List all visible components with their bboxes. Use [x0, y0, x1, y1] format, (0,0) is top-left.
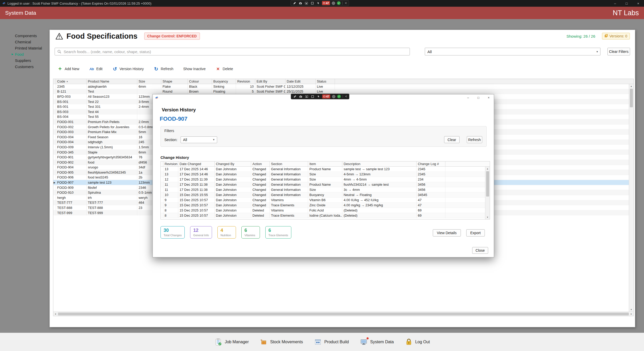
minimize-icon[interactable]: –: [609, 0, 621, 7]
capture-toolbar-modal[interactable]: 47 ✓ <: [291, 94, 349, 99]
maximize-icon[interactable]: □: [621, 0, 632, 7]
refresh-button[interactable]: ↻Refresh: [154, 66, 173, 71]
table-row[interactable]: 1117 Dec 2025 11:38Dan JohnstonChangedGe…: [161, 187, 485, 192]
scrollbar-track[interactable]: [629, 88, 633, 307]
bottom-nav-stock-movements[interactable]: Stock Movements: [257, 336, 306, 348]
row-selector: [53, 150, 56, 155]
sidebar-item-customers[interactable]: Customers: [15, 63, 49, 70]
cell-changed-by: Dan Johnston: [215, 182, 251, 187]
h-scrollbar-thumb[interactable]: [58, 313, 629, 315]
capture-toolbar[interactable]: 47 ✓ <: [291, 0, 349, 6]
close-button[interactable]: Close: [472, 247, 488, 254]
brand-title: NT Labs: [613, 9, 639, 17]
food-table-vertical-scrollbar[interactable]: ▲ ▼: [629, 84, 633, 312]
version-history-button[interactable]: ↺Version History: [112, 66, 144, 71]
column-header-item[interactable]: Item: [308, 161, 342, 166]
change-history-vertical-scrollbar[interactable]: ▲ ▼: [485, 167, 490, 219]
show-inactive-button[interactable]: Show Inactive: [183, 67, 206, 71]
column-header-code[interactable]: Code▲: [56, 79, 87, 84]
bottom-nav-log-out[interactable]: Log Out: [402, 336, 433, 348]
refresh-button[interactable]: Refresh: [467, 136, 482, 143]
window-frame-icon[interactable]: [310, 1, 314, 5]
table-row[interactable]: 1217 Dec 2025 11:39Dan JohnstonChangedGe…: [161, 177, 485, 182]
region-select-icon[interactable]: [304, 1, 308, 5]
search-input[interactable]: [55, 48, 410, 55]
sidebar-item-suppliers[interactable]: Suppliers: [15, 57, 49, 63]
column-header-changed-by[interactable]: Changed By: [215, 161, 251, 166]
pointer-icon[interactable]: [316, 95, 320, 99]
minimize-icon[interactable]: –: [463, 94, 473, 101]
table-row[interactable]: 915 Dec 2025 10:57Dan JohnstonChangedVit…: [161, 198, 485, 203]
scroll-up-icon[interactable]: ▲: [629, 84, 633, 88]
column-header-section[interactable]: Section: [270, 161, 308, 166]
export-button[interactable]: Export: [466, 229, 485, 236]
record-icon[interactable]: [332, 95, 335, 98]
add-new-button[interactable]: +Add New: [57, 66, 79, 71]
column-header-date-changed[interactable]: Date Changed: [178, 161, 215, 166]
column-header-revision[interactable]: Revision: [163, 161, 178, 166]
bottom-nav-system-data[interactable]: System Data: [357, 336, 396, 348]
table-row[interactable]: 1317 Dec 2025 14:46Dan JohnstonChangedGe…: [161, 172, 485, 177]
scroll-down-icon[interactable]: ▼: [629, 307, 633, 312]
table-row[interactable]: 1117 Dec 2025 11:38Dan JohnstonChangedGe…: [161, 182, 485, 187]
change-history-table: RevisionDate ChangedChanged ByActionSect…: [160, 161, 490, 219]
status-check-icon[interactable]: ✓: [337, 1, 341, 5]
clear-filters-button[interactable]: Clear Filters: [607, 48, 630, 55]
clear-button[interactable]: Clear: [444, 136, 460, 143]
column-header-colour[interactable]: Colour: [188, 79, 212, 84]
status-check-icon[interactable]: ✓: [337, 95, 341, 98]
column-header-status[interactable]: Status: [316, 79, 335, 84]
sidebar-item-components[interactable]: Components: [15, 32, 49, 39]
window-frame-icon[interactable]: [310, 95, 315, 99]
pen-icon[interactable]: [293, 95, 297, 99]
column-header-edit-by[interactable]: Edit By: [255, 79, 285, 84]
collapse-toolbar-icon[interactable]: <: [345, 95, 348, 98]
section-select[interactable]: All ▾: [181, 136, 217, 143]
scroll-right-icon[interactable]: ►: [629, 313, 633, 315]
column-header-size[interactable]: Size: [137, 79, 161, 84]
scrollbar-track[interactable]: [485, 171, 490, 215]
bottom-nav-product-build[interactable]: Product Build: [311, 336, 351, 348]
edit-button[interactable]: AbEdit: [89, 66, 103, 71]
bottom-nav-job-manager[interactable]: Job Manager: [211, 336, 251, 348]
table-row[interactable]: 1015 Dec 2025 15:55Dan JohnstonChangedGe…: [161, 192, 485, 198]
column-header-buoyancy[interactable]: Buoyancy: [212, 79, 236, 84]
column-header-description[interactable]: Description: [342, 161, 417, 166]
close-icon[interactable]: ×: [632, 0, 644, 7]
scrollbar-thumb[interactable]: [486, 171, 489, 197]
delete-button[interactable]: ×Delete: [215, 66, 233, 71]
table-row[interactable]: 1317 Dec 2025 14:46Dan JohnstonChangedGe…: [161, 167, 485, 172]
category-filter-select[interactable]: All ▾: [425, 48, 600, 55]
column-header-shape[interactable]: Shape: [161, 79, 188, 84]
scroll-up-icon[interactable]: ▲: [485, 167, 490, 171]
pointer-icon[interactable]: [316, 1, 320, 5]
sidebar-item-food[interactable]: ▶Food: [15, 51, 49, 57]
column-header-revision[interactable]: Revision: [236, 79, 255, 84]
scrollbar-thumb[interactable]: [630, 89, 633, 107]
versions-badge[interactable]: Versions: 0: [602, 33, 630, 39]
cell-filler: [445, 177, 485, 182]
collapse-toolbar-icon[interactable]: <: [344, 1, 347, 5]
record-icon[interactable]: [332, 2, 335, 5]
column-header-date-edit[interactable]: Date Edit: [285, 79, 316, 84]
column-header-change-log[interactable]: Change Log #: [417, 161, 445, 166]
maximize-icon[interactable]: □: [473, 94, 484, 101]
table-row[interactable]: 815 Dec 2025 10:57Dan JohnstonDeletedVit…: [161, 208, 485, 213]
column-header-product-name[interactable]: Product Name: [87, 79, 137, 84]
pen-icon[interactable]: [292, 1, 296, 5]
camera-icon[interactable]: [299, 95, 303, 99]
scroll-left-icon[interactable]: ◄: [53, 313, 57, 315]
table-row[interactable]: 815 Dec 2025 10:57Dan JohnstonDeletedTra…: [161, 213, 485, 218]
view-details-button[interactable]: View Details: [433, 229, 461, 236]
region-select-icon[interactable]: [304, 95, 309, 99]
sidebar-item-chemical[interactable]: Chemical: [15, 39, 49, 45]
column-header-action[interactable]: Action: [251, 161, 270, 166]
sidebar-item-printed-material[interactable]: Printed Material: [15, 45, 49, 51]
table-row[interactable]: 2345atdeghaerbh6mmFlakeBlackSinking10Sco…: [53, 84, 629, 89]
table-row[interactable]: 915 Dec 2025 10:57Dan JohnstonChangedTra…: [161, 203, 485, 208]
cell-code: FOOD-906: [56, 175, 87, 180]
close-icon[interactable]: ×: [484, 94, 494, 101]
scroll-down-icon[interactable]: ▼: [485, 215, 490, 219]
food-table-horizontal-scrollbar[interactable]: ◄ ►: [53, 312, 633, 316]
camera-icon[interactable]: [298, 1, 302, 5]
